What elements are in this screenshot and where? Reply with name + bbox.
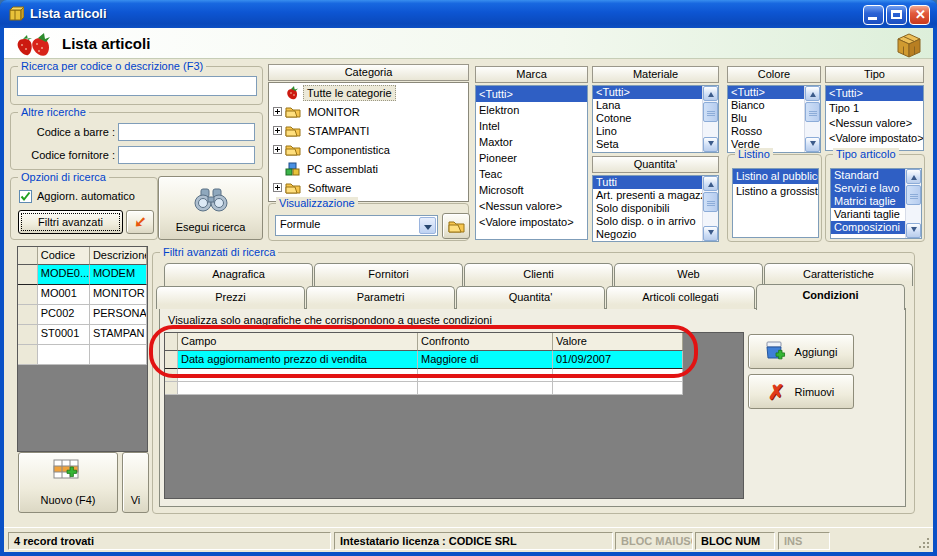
scroll-down-icon[interactable] [805, 137, 820, 152]
table-row[interactable]: MODE0...MODEM [18, 265, 147, 285]
table-cell[interactable]: MODE0... [38, 265, 90, 285]
scroll-thumb[interactable] [906, 185, 921, 205]
table-row[interactable]: PC002PERSONA [18, 305, 147, 325]
tree-item[interactable]: MONITOR [269, 102, 468, 121]
tab-clienti[interactable]: Clienti [464, 263, 613, 286]
category-tree[interactable]: Tutte le categorieMONITORSTAMPANTICompon… [268, 82, 469, 202]
expand-plus-icon[interactable] [273, 145, 282, 154]
tree-item[interactable]: Tutte le categorie [269, 83, 468, 102]
row-selector[interactable] [18, 285, 38, 305]
table-cell[interactable]: 01/09/2007 [553, 351, 683, 369]
list-item[interactable]: <Tutti> [476, 86, 587, 102]
list-item[interactable]: Pioneer [476, 150, 587, 166]
list-item[interactable]: Varianti taglie [831, 208, 905, 221]
tree-item[interactable]: PC assemblati [269, 159, 468, 178]
row-selector[interactable] [165, 351, 178, 369]
tab-fornitori[interactable]: Fornitori [314, 263, 463, 286]
list-item[interactable]: Listino al pubblico [733, 169, 818, 184]
column-header[interactable]: Codice [38, 247, 90, 265]
list-item[interactable]: Tutti [593, 176, 702, 189]
row-selector[interactable] [18, 305, 38, 325]
remove-condition-button[interactable]: ✗ Rimuovi [748, 374, 854, 409]
list-item[interactable]: Lino [593, 125, 702, 138]
list-item[interactable]: Tipo 1 [826, 101, 923, 116]
search-input[interactable] [17, 76, 257, 96]
tab-quantita-[interactable]: Quantita' [456, 286, 605, 309]
scroll-thumb[interactable] [703, 192, 718, 212]
list-item[interactable]: <Valore impostato> [476, 214, 587, 230]
scrollbar[interactable] [702, 176, 718, 241]
partial-button[interactable]: Vi [122, 452, 149, 513]
scroll-thumb[interactable] [805, 102, 820, 122]
colore-list[interactable]: <Tutti>BiancoBluRossoVerde [727, 85, 821, 153]
quantita-list[interactable]: TuttiArt. presenti a magazziSolo disponi… [592, 175, 719, 242]
tab-parametri[interactable]: Parametri [306, 286, 455, 309]
list-item[interactable]: <Nessun valore> [476, 198, 587, 214]
list-item[interactable]: Elektron [476, 102, 587, 118]
table-cell[interactable]: Maggiore di [418, 351, 553, 369]
run-search-button[interactable]: Esegui ricerca [158, 176, 263, 240]
list-item[interactable]: Maxtor [476, 134, 587, 150]
resize-grip[interactable] [919, 538, 931, 552]
scroll-thumb[interactable] [703, 102, 718, 122]
open-folder-button[interactable] [442, 213, 470, 239]
list-item[interactable]: <Nessun valore> [826, 116, 923, 131]
table-cell[interactable]: PERSONA [90, 305, 147, 325]
row-selector[interactable] [18, 265, 38, 285]
results-grid[interactable]: CodiceDescrizioneMODE0...MODEMMO001MONIT… [17, 246, 148, 452]
tab-caratteristiche[interactable]: Caratteristiche [764, 263, 913, 286]
list-item[interactable]: Composizioni [831, 221, 905, 234]
table-row[interactable]: Data aggiornamento prezzo di venditaMagg… [165, 351, 743, 369]
list-item[interactable]: Art. presenti a magazzi [593, 189, 702, 202]
list-item[interactable]: Seta [593, 138, 702, 151]
scrollbar[interactable] [905, 169, 921, 238]
expand-plus-icon[interactable] [273, 126, 282, 135]
expand-plus-icon[interactable] [273, 183, 282, 192]
advanced-filters-button[interactable]: Filtri avanzati [18, 210, 123, 234]
row-selector[interactable] [18, 325, 38, 345]
table-cell[interactable]: MODEM [90, 265, 147, 285]
table-cell[interactable]: ST0001 [38, 325, 90, 345]
chevron-down-icon[interactable] [419, 217, 436, 234]
tab-anagrafica[interactable]: Anagrafica [164, 263, 313, 286]
scroll-down-icon[interactable] [906, 223, 921, 238]
table-cell[interactable]: STAMPAN [90, 325, 147, 345]
minimize-button[interactable] [863, 5, 884, 25]
list-item[interactable]: Matrici taglie [831, 195, 905, 208]
fire-arrow-button[interactable]: ➘ [126, 210, 154, 234]
tab-web[interactable]: Web [614, 263, 763, 286]
tree-item[interactable]: Software [269, 178, 468, 197]
list-item[interactable]: Servizi e lavo [831, 182, 905, 195]
scroll-up-icon[interactable] [805, 86, 820, 101]
table-row[interactable]: ST0001STAMPAN [18, 325, 147, 345]
list-item[interactable]: Negozio [593, 228, 702, 241]
list-item[interactable]: Standard [831, 169, 905, 182]
column-header[interactable]: Descrizione [90, 247, 147, 265]
list-item[interactable]: Lana [593, 99, 702, 112]
supplier-code-input[interactable] [118, 146, 255, 164]
column-header[interactable]: Campo [178, 333, 418, 351]
add-condition-button[interactable]: Aggiungi [748, 334, 854, 369]
scroll-up-icon[interactable] [906, 169, 921, 184]
conditions-grid[interactable]: CampoConfrontoValoreData aggiornamento p… [165, 333, 743, 395]
tab-condizioni[interactable]: Condizioni [756, 284, 905, 310]
list-item[interactable]: Solo disponibili [593, 202, 702, 215]
list-item[interactable]: Listino a grossisti [733, 184, 818, 199]
tipo-list[interactable]: <Tutti>Tipo 1<Nessun valore><Valore impo… [825, 85, 924, 151]
auto-update-checkbox[interactable] [19, 190, 32, 205]
scroll-down-icon[interactable] [703, 226, 718, 241]
list-item[interactable]: <Tutti> [826, 86, 923, 101]
scrollbar[interactable] [804, 86, 820, 152]
list-item[interactable]: Cotone [593, 112, 702, 125]
table-cell[interactable]: PC002 [38, 305, 90, 325]
list-item[interactable]: Blu [728, 112, 804, 125]
view-mode-select[interactable]: Formule [275, 215, 438, 236]
table-cell[interactable]: MO001 [38, 285, 90, 305]
list-item[interactable]: Solo disp. o in arrivo [593, 215, 702, 228]
table-row[interactable]: MO001MONITOR [18, 285, 147, 305]
title-bar[interactable]: Lista articoli ✕ [0, 0, 937, 28]
listino-list[interactable]: Listino al pubblicoListino a grossisti [732, 168, 819, 238]
scroll-up-icon[interactable] [703, 86, 718, 101]
scroll-down-icon[interactable] [703, 137, 718, 152]
tab-prezzi[interactable]: Prezzi [156, 286, 305, 309]
